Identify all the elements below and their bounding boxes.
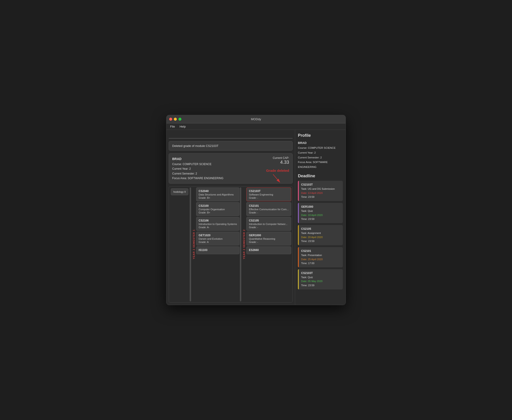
mod-code: CS2040	[199, 189, 237, 193]
mod-grade: Grade: B+	[199, 196, 237, 199]
profile-semester: Current Semester: 2	[172, 171, 223, 176]
app-window: MODdy File Help Deleted grade of module …	[166, 115, 346, 305]
mod-name: Computer Organisation	[199, 208, 237, 211]
mod-name: Software Engineering	[249, 193, 289, 196]
right-panel: Profile BRAD Course: COMPUTER SCIENCE Cu…	[295, 130, 346, 305]
search-input[interactable]	[169, 133, 293, 137]
mod-grade: Grade: B+	[199, 211, 237, 214]
traffic-lights	[169, 118, 181, 121]
grade-deleted-label: Grade deleted	[266, 169, 289, 172]
mod-name: Data Structures and Algorithms	[199, 193, 237, 196]
dl-time: Time: 23:59	[301, 195, 341, 199]
module-CS2040[interactable]: CS2040 Data Structures and Algorithms Gr…	[196, 188, 239, 201]
cap-value: 4.33	[266, 160, 289, 165]
profile-right-semester: Current Semester: 2	[298, 155, 343, 160]
mod-name: Introduction to Operating Systems	[199, 223, 237, 225]
deadline-item-2: CS2105 Task: Assignment Date: 20 April 2…	[298, 225, 343, 245]
dl-task: Task: Quiz	[301, 275, 341, 279]
dl-time: Time: 17:00	[301, 261, 341, 265]
profile-right-year: Current Year: 2	[298, 150, 343, 155]
deadline-item-0: CS2103T Task: UG and DG Submission Date:…	[298, 181, 343, 201]
window-title: MODdy	[251, 117, 261, 121]
mod-grade: Grade: -	[249, 196, 289, 199]
profile-right-focus: Focus Area: SOFTWARE ENGINEERING	[298, 160, 343, 169]
mod-code: GER1000	[249, 234, 289, 237]
profile-course: Course: COMPUTER SCIENCE	[172, 162, 223, 166]
cap-label: Current CAP:	[266, 156, 289, 160]
deadline-title: Deadline	[298, 174, 343, 179]
mod-code: CS2106	[199, 219, 237, 222]
mod-name: Quantitative Reasoning	[249, 237, 289, 240]
dl-time: Time: 23:59	[301, 217, 341, 221]
dl-code: GER1000	[301, 205, 341, 209]
module-CS2101[interactable]: CS2101 Effective Communication for Com..…	[246, 202, 291, 216]
profile-title: Profile	[298, 133, 343, 138]
module-IS1103[interactable]: IS1103	[196, 246, 239, 254]
mod-code: GET1020	[199, 234, 237, 237]
mod-name: Introduction to Computer Networ...	[249, 223, 289, 225]
minimize-button[interactable]	[174, 118, 177, 121]
profile-right-name: BRAD	[298, 140, 343, 146]
profile-name: BRAD	[172, 156, 223, 162]
mod-grade: Grade: -	[249, 211, 289, 214]
dl-task: Task: Assignment	[301, 231, 341, 235]
left-panel: Deleted grade of module CS2103T BRAD Cou…	[166, 130, 295, 305]
mod-name: Effective Communication for Com...	[249, 208, 289, 211]
dl-time: Time: 23:59	[301, 284, 341, 288]
dl-code: CS2101	[301, 249, 341, 253]
notification-box: Deleted grade of module CS2103T	[169, 141, 293, 150]
menu-file[interactable]: File	[170, 125, 175, 128]
mod-grade: Grade: -	[249, 241, 289, 243]
titlebar: MODdy	[166, 115, 346, 123]
module-CS2100[interactable]: CS2100 Computer Organisation Grade: B+	[196, 202, 239, 216]
mod-code: CS2100	[199, 204, 237, 208]
mod-code: ES2660	[249, 248, 289, 252]
module-CS2106[interactable]: CS2106 Introduction to Operating Systems…	[196, 217, 239, 231]
modules-area: hodology II YEAR 2 SEMESTER 1 CS2040 Dat…	[169, 186, 293, 303]
search-bar[interactable]	[169, 132, 293, 138]
close-button[interactable]	[169, 118, 172, 121]
profile-info-left: BRAD Course: COMPUTER SCIENCE Current Ye…	[172, 156, 223, 180]
arrow-annotation	[268, 173, 282, 185]
menubar: File Help	[166, 123, 346, 130]
mod-code: CS2103T	[249, 189, 289, 193]
module-ES2660[interactable]: ES2660	[246, 246, 291, 254]
dl-time: Time: 23:59	[301, 239, 341, 243]
dl-task: Task: Quiz	[301, 209, 341, 213]
dl-date: Date: 05 May 2020	[301, 279, 341, 284]
dl-date: Date: 25 April 2020	[301, 257, 341, 262]
module-CS2105[interactable]: CS2105 Introduction to Computer Networ..…	[246, 217, 291, 231]
profile-right-course: Course: COMPUTER SCIENCE	[298, 146, 343, 150]
semester1-label: YEAR 2 SEMESTER 1	[192, 188, 196, 301]
maximize-button[interactable]	[178, 118, 181, 121]
mod-grade: Grade: A-	[199, 226, 237, 229]
svg-line-1	[273, 174, 280, 182]
dl-date: Date: 18 April 2020	[301, 213, 341, 217]
module-GET1020[interactable]: GET1020 Darwin and Evolution Grade: A	[196, 232, 239, 246]
partial-col: hodology II	[170, 188, 189, 301]
dl-date: Date: 13 April 2020	[301, 191, 341, 195]
dl-task: Task: UG and DG Submission	[301, 187, 341, 191]
col-divider-1	[190, 188, 191, 301]
semester2-col: YEAR 2 SEMESTER 2 CS2103T Software Engin…	[242, 188, 291, 301]
dl-date: Date: 20 April 2020	[301, 235, 341, 240]
mod-code: CS2105	[249, 219, 289, 222]
mod-grade: Grade: A	[199, 241, 237, 243]
profile-card: BRAD Course: COMPUTER SCIENCE Current Ye…	[169, 153, 293, 184]
cap-section: Current CAP: 4.33 Grade deleted	[266, 156, 289, 172]
mod-code: IS1103	[199, 248, 237, 252]
profile-year: Current Year: 2	[172, 166, 223, 171]
mod-name: Darwin and Evolution	[199, 237, 237, 240]
partial-label: hodology II	[173, 190, 186, 193]
deadline-item-4: CS2103T Task: Quiz Date: 05 May 2020 Tim…	[298, 269, 343, 289]
module-CS2103T[interactable]: CS2103T Software Engineering Grade: -	[246, 188, 291, 201]
module-list-2: CS2103T Software Engineering Grade: - CS…	[246, 188, 291, 301]
col-divider-2	[240, 188, 241, 301]
notification-text: Deleted grade of module CS2103T	[172, 144, 218, 148]
dl-code: CS2103T	[301, 183, 341, 187]
menu-help[interactable]: Help	[179, 125, 186, 128]
module-GER1000[interactable]: GER1000 Quantitative Reasoning Grade: -	[246, 232, 291, 246]
module-list-1: CS2040 Data Structures and Algorithms Gr…	[196, 188, 239, 301]
mod-grade: Grade: -	[249, 226, 289, 229]
deadline-item-1: GER1000 Task: Quiz Date: 18 April 2020 T…	[298, 203, 343, 223]
